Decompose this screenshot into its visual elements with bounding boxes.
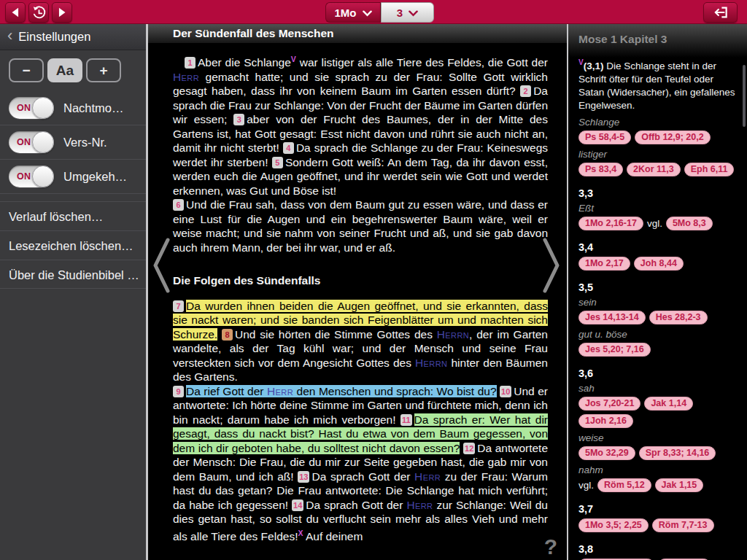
cross-ref-pill[interactable]: 5Mo 8,3	[666, 217, 713, 230]
forward-button[interactable]	[52, 2, 72, 23]
lord-name: Herr	[267, 385, 293, 397]
cross-ref-pill[interactable]: Jes 14,13-14	[578, 311, 646, 324]
keyword-label: Schlange	[578, 117, 741, 128]
font-sample-button[interactable]: Aa	[47, 58, 82, 82]
font-decrease-button[interactable]: −	[9, 58, 44, 82]
book-select-value: 1Mo	[335, 7, 357, 19]
chevron-down-icon	[409, 7, 418, 19]
settings-sidebar: ‹ Einstellungen − Aa + ONNachtmo…ONVers-…	[0, 24, 146, 560]
note-verse-ref: (3,1)	[584, 61, 604, 71]
footnote-marker[interactable]: V	[291, 55, 296, 63]
verse-badge[interactable]: 4	[283, 142, 294, 154]
keyword-label: gut u. böse	[578, 329, 741, 340]
back-button[interactable]	[5, 2, 26, 23]
verse-paragraph: 6Und die Frau sah, dass von dem Baum gut…	[173, 198, 548, 254]
verse-text: Da sprach Gott der	[311, 470, 414, 483]
cross-ref-pill[interactable]: Hes 28,2-3	[649, 311, 708, 324]
settings-header[interactable]: ‹ Einstellungen	[0, 24, 146, 50]
verse-paragraph: 9Da rief Gott der Herr den Menschen und …	[173, 384, 548, 544]
studienbibel-app: 1Mo 3 ‹ Einstellungen − Aa + ONNachtmo…	[0, 0, 747, 560]
back-chevron-icon: ‹	[7, 28, 12, 44]
verse-badge[interactable]: 9	[173, 386, 184, 397]
cross-ref-pill[interactable]: 1Mo 3,5; 2,25	[578, 518, 649, 532]
keyword-label: sein	[578, 297, 741, 308]
verse-badge[interactable]: 14	[292, 499, 303, 511]
verse-badge[interactable]: 2	[520, 85, 531, 97]
help-button[interactable]: ?	[544, 534, 557, 559]
lord-name: Herr	[414, 470, 441, 483]
verse-badge[interactable]: 3	[233, 114, 244, 125]
toggle-switch[interactable]: ON	[9, 97, 54, 119]
chapter-select[interactable]: 3	[381, 2, 434, 23]
exit-button[interactable]	[703, 2, 738, 23]
verse-badge[interactable]: 5	[272, 157, 283, 168]
cross-ref-pill[interactable]: Eph 6,11	[684, 163, 735, 176]
cross-ref-row: vgl.Röm 5,12Jak 1,15	[578, 478, 741, 492]
book-select[interactable]: 1Mo	[325, 2, 381, 23]
cross-ref-pill[interactable]: Röm 5,12	[597, 478, 651, 492]
toggle-knob	[32, 166, 54, 187]
keyword-label: sah	[578, 383, 741, 394]
book-chapter-selector: 1Mo 3	[325, 2, 434, 23]
ref-text: vgl.	[578, 480, 594, 491]
cross-ref-pill[interactable]: 2Kor 11,3	[627, 163, 681, 176]
cross-ref-row: 1Mo 2,17Joh 8,44	[578, 257, 741, 271]
cross-ref-pill[interactable]: Ps 83,4	[578, 163, 623, 176]
verse-text: gemacht hatte; und sie sprach zu der Fra…	[173, 71, 548, 98]
verse-badge[interactable]: 8	[222, 329, 233, 341]
settings-menu-item[interactable]: Verlauf löschen…	[0, 201, 146, 230]
cross-ref-pill[interactable]: Offb 12,9; 20,2	[635, 131, 710, 144]
cross-reference-list: SchlangePs 58,4-5Offb 12,9; 20,2listiger…	[578, 117, 741, 560]
font-increase-button[interactable]: +	[86, 58, 121, 82]
next-page-arrow[interactable]	[541, 237, 562, 297]
keyword-label: weise	[578, 432, 741, 443]
toggle-switch[interactable]: ON	[9, 166, 54, 187]
chapter-select-value: 3	[397, 7, 403, 19]
cross-ref-pill[interactable]: Jak 1,14	[644, 397, 693, 411]
cross-ref-pill[interactable]: Jos 7,20-21	[578, 397, 640, 411]
toggle-on-label: ON	[17, 171, 31, 182]
settings-menu-item[interactable]: Über die Studienbibel …	[0, 260, 146, 289]
bible-text: 1Aber die SchlangeV war listiger als all…	[148, 43, 567, 543]
settings-menu-item[interactable]: Lesezeichen löschen…	[0, 230, 146, 260]
cross-ref-row: Jes 14,13-14Hes 28,2-3	[578, 311, 741, 324]
verse-badge[interactable]: 1	[185, 57, 196, 69]
verse-badge[interactable]: 10	[500, 386, 511, 397]
cross-ref-pill[interactable]: Jes 5,20; 7,16	[578, 343, 651, 357]
lord-name: Herrn	[415, 357, 447, 369]
previous-page-arrow[interactable]	[150, 237, 172, 297]
cross-ref-pill[interactable]: Jak 1,15	[655, 478, 704, 492]
footnote-marker: V	[578, 58, 584, 66]
settings-menu: Verlauf löschen…Lesezeichen löschen…Über…	[0, 201, 146, 289]
verse-ref-heading: 3,6	[578, 368, 741, 379]
cross-ref-row: 1Mo 3,5; 2,25Röm 7,7-13	[578, 518, 741, 532]
cross-ref-pill[interactable]: Ps 58,4-5	[578, 131, 631, 144]
toggle-on-label: ON	[17, 103, 31, 113]
ref-group: 3,8Hi 31,33; 34,22Jer 23,24Hebr 4,13	[578, 543, 741, 560]
cross-ref-pill[interactable]: Röm 7,7-13	[652, 518, 714, 532]
cross-ref-pill[interactable]: Spr 8,33; 14,16	[639, 446, 716, 460]
toggle-label: Nachtmo…	[63, 101, 124, 115]
verse-badge[interactable]: 13	[298, 471, 309, 483]
chevron-down-icon	[363, 7, 372, 19]
section-heading: Die Folgen des Sündenfalls	[173, 273, 548, 288]
cross-ref-pill[interactable]: 1Mo 2,16-17	[578, 217, 643, 230]
cross-ref-pill[interactable]: Joh 8,44	[634, 257, 684, 271]
history-button[interactable]	[28, 2, 49, 23]
lord-name: Herrn	[437, 328, 469, 341]
scrollbar[interactable]	[743, 65, 746, 127]
toggle-switch[interactable]: ON	[9, 131, 54, 153]
verse-text: Und die Frau sah, dass von dem Baum gut …	[173, 198, 548, 254]
verse-badge[interactable]: 12	[463, 443, 475, 454]
content-area: ‹ Einstellungen − Aa + ONNachtmo…ONVers-…	[0, 24, 747, 560]
cross-ref-row: Ps 83,42Kor 11,3Eph 6,11	[578, 163, 741, 176]
ref-group: SchlangePs 58,4-5Offb 12,9; 20,2listiger…	[578, 117, 741, 176]
cross-ref-pill[interactable]: 1Joh 2,16	[578, 414, 633, 428]
verse-badge[interactable]: 11	[400, 414, 412, 426]
cross-ref-pill[interactable]: 1Mo 2,17	[578, 257, 630, 271]
ref-group: 3,71Mo 3,5; 2,25Röm 7,7-13	[578, 503, 741, 532]
cross-ref-pill[interactable]: 5Mo 32,29	[578, 446, 635, 460]
verse-badge[interactable]: 6	[173, 199, 184, 211]
font-size-controls: − Aa +	[9, 58, 137, 82]
verse-badge[interactable]: 7	[173, 300, 184, 312]
